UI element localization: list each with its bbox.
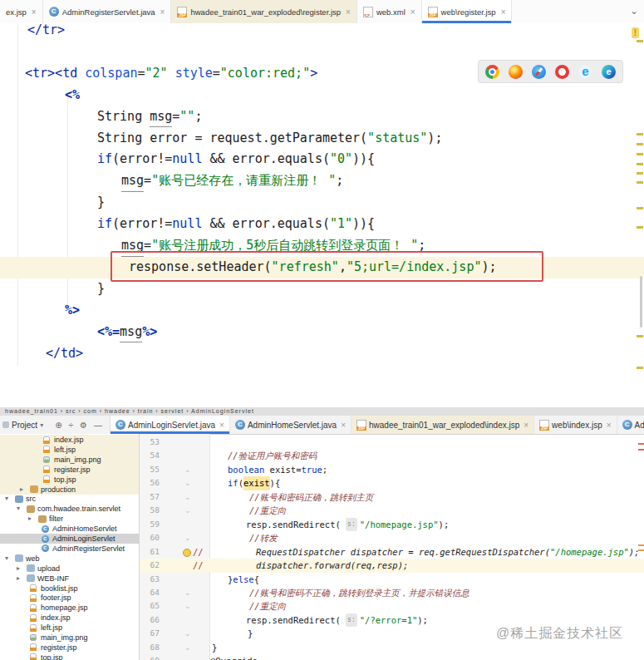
token: RequestDispatcher dispatcher = req.getRe…: [256, 545, 550, 559]
comment-marker: //: [193, 545, 204, 559]
stripe-mark[interactable]: [637, 172, 643, 175]
stripe-mark[interactable]: [637, 181, 643, 184]
code-line: dispatcher.forward(req,resp);: [256, 559, 408, 572]
scrollbar-thumb[interactable]: [640, 276, 642, 328]
token: if: [228, 476, 238, 490]
code-line: //账号和密码正确，跳转到主页: [249, 490, 373, 504]
inspection-warning-badge[interactable]: !: [632, 27, 639, 38]
token: =: [172, 106, 179, 128]
stripe-mark[interactable]: [637, 163, 643, 165]
token: "": [179, 106, 194, 128]
token: ;: [336, 170, 343, 192]
code-line: }: [97, 278, 105, 300]
fold-marker-icon[interactable]: ⌄: [184, 641, 191, 654]
token: <tr><td: [25, 63, 85, 85]
stripe-mark[interactable]: [637, 153, 643, 155]
fold-marker-icon[interactable]: ⌄: [184, 586, 191, 599]
line-number: 69: [140, 654, 160, 660]
token: %>: [65, 300, 80, 322]
stripe-mark[interactable]: [638, 549, 644, 551]
token: ){: [270, 476, 281, 490]
token: </td>: [46, 343, 83, 365]
comment-marker: //: [193, 559, 204, 572]
token: )){: [352, 149, 375, 170]
fold-marker-icon[interactable]: ⌄: [184, 463, 191, 476]
intention-bulb-icon[interactable]: [183, 549, 191, 557]
token: boolean: [228, 463, 270, 476]
token: (error!=: [112, 149, 172, 170]
token: );: [427, 128, 442, 150]
token: {: [254, 573, 259, 586]
fold-marker-icon[interactable]: ⌄: [184, 599, 191, 613]
code-line: //转发: [249, 531, 278, 544]
token: String: [97, 106, 150, 128]
ie-browser-icon[interactable]: e: [578, 65, 592, 79]
stripe-mark[interactable]: [637, 40, 643, 42]
stripe-mark[interactable]: [638, 443, 644, 445]
code-line: String msg="";: [97, 106, 202, 128]
code-line: //重定向: [249, 504, 286, 517]
opera-browser-icon[interactable]: [555, 65, 569, 79]
top-editor-screenshot: ex.jsp×CAdminRegisterServlet.java×JSPhwa…: [0, 0, 644, 370]
line-number: 59: [140, 518, 160, 531]
stripe-mark[interactable]: [637, 133, 643, 135]
stripe-mark[interactable]: [637, 367, 643, 369]
token: %>: [142, 322, 157, 343]
token: if: [97, 149, 112, 170]
stripe-mark[interactable]: [637, 143, 643, 145]
stripe-mark[interactable]: [638, 544, 644, 546]
firefox-browser-icon[interactable]: [509, 65, 523, 79]
token: =: [144, 170, 151, 192]
token: //验证用户账号和密码: [228, 449, 317, 462]
code-line: }: [248, 627, 253, 640]
token: exist=: [270, 463, 302, 476]
code-line: }else{: [228, 573, 259, 586]
line-number: 58: [140, 504, 160, 517]
stripe-mark[interactable]: [637, 335, 643, 337]
line-number: 65: [140, 599, 160, 613]
annotation-red-box: [111, 251, 543, 282]
token: "/?error=1": [360, 613, 418, 627]
token: //账号和密码不正确，跳转到登录主页，并提示错误信息: [249, 586, 469, 599]
fold-marker-icon[interactable]: ⌄: [184, 531, 191, 544]
code-line: </td>: [46, 343, 83, 365]
edge-browser-icon[interactable]: e: [602, 65, 616, 79]
token: && error.equals(: [202, 149, 330, 170]
code-line: }: [212, 641, 217, 654]
fold-marker-icon[interactable]: ⌄: [184, 627, 191, 640]
fold-marker-icon[interactable]: ⌄: [184, 504, 191, 517]
token: }: [248, 627, 253, 640]
bottom-code[interactable]: //验证用户账号和密码boolean exist=true;if(exist){…: [0, 407, 644, 660]
token: <%: [65, 85, 80, 106]
stripe-mark[interactable]: [637, 207, 643, 209]
line-number: 53: [140, 436, 160, 449]
line-number: 57: [140, 490, 160, 504]
chrome-browser-icon[interactable]: [485, 65, 499, 79]
code-line: resp.sendRedirect( s:"/homepage.jsp");: [246, 518, 449, 531]
line-number: 63: [140, 573, 160, 586]
line-number: 68: [140, 641, 160, 654]
line-number: 55: [140, 463, 160, 476]
token: ;: [194, 106, 202, 128]
code-line: msg="账号已经存在，请重新注册！ ";: [121, 170, 343, 192]
token: exist: [243, 476, 270, 490]
token: =: [137, 63, 145, 85]
code-line: }: [97, 192, 105, 214]
stripe-mark[interactable]: [637, 226, 643, 229]
token: "2": [145, 63, 168, 85]
safari-browser-icon[interactable]: [532, 65, 546, 79]
fold-marker-icon[interactable]: ⌄: [184, 490, 191, 504]
token: s:: [346, 518, 357, 531]
fold-marker-icon[interactable]: ⌄: [184, 476, 191, 490]
token: [168, 63, 175, 85]
token: colspan: [85, 63, 137, 85]
token: null: [172, 149, 202, 170]
token: msg: [150, 106, 172, 128]
code-line: String error = request.getParameter("sta…: [97, 128, 442, 150]
token: </tr>: [27, 20, 65, 42]
code-line: @Override: [210, 654, 258, 660]
stripe-mark[interactable]: [638, 449, 644, 451]
token: msg: [120, 322, 142, 343]
bottom-ide-screenshot: hwadee_train01 › src › com › hwadee › tr…: [0, 407, 644, 660]
token: if: [97, 214, 112, 235]
